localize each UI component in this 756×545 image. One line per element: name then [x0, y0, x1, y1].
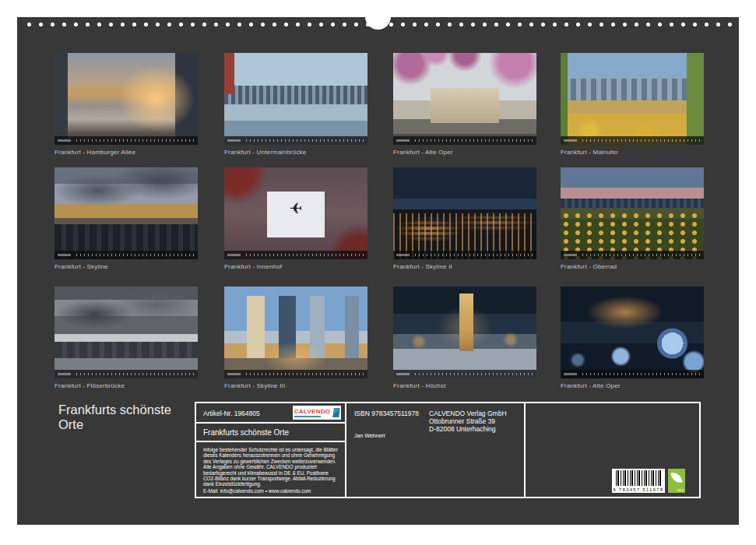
calendar-strip [55, 136, 198, 145]
thumb-caption: Frankfurt - Oberrad [561, 263, 704, 270]
calendar-thumb: Frankfurt - Skyline [55, 167, 198, 270]
thumb-caption: Frankfurt - Untermainbrücke [224, 149, 367, 156]
month-photo [393, 53, 536, 145]
month-photo [561, 53, 704, 145]
thumb-caption: Frankfurt - Hamburger Allee [55, 149, 198, 156]
thumb-caption: Frankfurt - Höchst [393, 382, 536, 389]
calendar-strip [224, 136, 367, 145]
month-photo [393, 287, 536, 378]
thumb-caption: Frankfurt - Skyline [55, 263, 198, 270]
calendar-back-cover: { "page": { "title": "Frankfurts schönst… [0, 0, 756, 545]
calendar-page: Frankfurt - Hamburger Allee Frankfurt - … [17, 17, 739, 525]
calvendo-logo: CALVENDO [293, 406, 341, 420]
calendar-strip [561, 370, 704, 378]
calendar-title: Frankfurts schönste Orte [203, 428, 289, 437]
calendar-thumb: Frankfurt - Hamburger Allee [55, 53, 198, 156]
calvendo-logo-mark-icon [333, 408, 341, 417]
calendar-thumb: Frankfurt - Skyline III [224, 287, 367, 389]
calendar-thumb: Frankfurt - Oberrad [561, 167, 704, 270]
month-photo [55, 287, 198, 378]
calendar-strip [561, 251, 704, 259]
calendar-thumb: Frankfurt - Flöserbrücke [55, 287, 198, 389]
thumb-caption: Frankfurt - Innenhof [224, 263, 367, 270]
month-photo [561, 167, 704, 259]
leaf-icon [670, 471, 682, 485]
legal-box: Infolge bestehender Schutzrechte ist es … [196, 442, 345, 497]
calvendo-logo-tagline-bar [294, 416, 321, 417]
ean-barcode: 9 783457 511978 [612, 469, 665, 493]
article-number-box: Artikel-Nr. 1964805 CALVENDO [196, 403, 345, 424]
info-column-left: Artikel-Nr. 1964805 CALVENDO Frankfurts … [196, 403, 346, 497]
back-cover-title: Frankfurts schönste Orte [58, 403, 192, 432]
article-number: Artikel-Nr. 1964805 [203, 410, 260, 417]
month-photo [393, 167, 536, 259]
thumb-caption: Frankfurt - Mainufer [561, 149, 704, 156]
thumb-caption: Frankfurt - Alte Oper [561, 382, 704, 389]
calendar-strip [393, 370, 536, 378]
thumb-caption: Frankfurt - Skyline II [393, 263, 536, 270]
barcode-bars [616, 470, 661, 486]
calendar-thumb: Frankfurt - Mainufer [561, 53, 704, 156]
isbn: ISBN 9783457511978 [354, 410, 419, 417]
month-photo-airplane [224, 167, 367, 259]
publisher-line: D-82008 Unterhaching [429, 425, 507, 433]
publisher-address: CALVENDO Verlag GmbH Ottobrunner Straße … [429, 410, 507, 433]
calvendo-logo-text: CALVENDO [294, 409, 331, 415]
calendar-strip [561, 136, 704, 145]
calendar-thumb: Frankfurt - Innenhof [224, 167, 367, 270]
calendar-strip [55, 251, 198, 259]
info-column-right: 9 783457 511978 eco [526, 403, 699, 497]
calendar-thumb: Frankfurt - Höchst [393, 287, 536, 389]
calendar-strip [393, 136, 536, 145]
calendar-thumb: Frankfurt - Alte Oper [561, 287, 704, 389]
legal-text: Infolge bestehender Schutzrechte ist es … [203, 447, 338, 487]
contact-line: E-Mail: info@calvendo.com • www.calvendo… [203, 488, 338, 494]
publisher-line: Ottobrunner Straße 39 [429, 417, 507, 425]
thumb-caption: Frankfurt - Skyline III [224, 382, 367, 389]
hanger-notch [365, 4, 391, 30]
eco-label: eco [677, 487, 684, 492]
month-photo [224, 53, 367, 145]
month-photo [55, 167, 198, 259]
month-photo [561, 287, 704, 378]
author-name: Jan Wehnert [354, 433, 385, 438]
month-photo [55, 53, 198, 145]
calendar-strip [224, 370, 367, 378]
thumb-caption: Frankfurt - Alte Oper [393, 149, 536, 156]
month-photo [224, 287, 367, 378]
calvendo-logo-text-block: CALVENDO [294, 409, 331, 417]
publisher-line: CALVENDO Verlag GmbH [429, 410, 507, 417]
calendar-strip [393, 251, 536, 259]
barcode-digits: 9 783457 511978 [612, 487, 665, 492]
eco-badge: eco [668, 469, 685, 493]
info-column-middle: ISBN 9783457511978 CALVENDO Verlag GmbH … [346, 403, 526, 497]
calendar-thumb: Frankfurt - Alte Oper [393, 53, 536, 156]
calendar-strip [55, 370, 198, 378]
calendar-strip [224, 251, 367, 259]
calendar-thumb: Frankfurt - Skyline II [393, 167, 536, 270]
info-panel: Artikel-Nr. 1964805 CALVENDO Frankfurts … [195, 402, 701, 498]
calendar-thumb: Frankfurt - Untermainbrücke [224, 53, 367, 156]
calendar-title-box: Frankfurts schönste Orte [196, 424, 345, 442]
thumb-caption: Frankfurt - Flöserbrücke [55, 382, 198, 389]
